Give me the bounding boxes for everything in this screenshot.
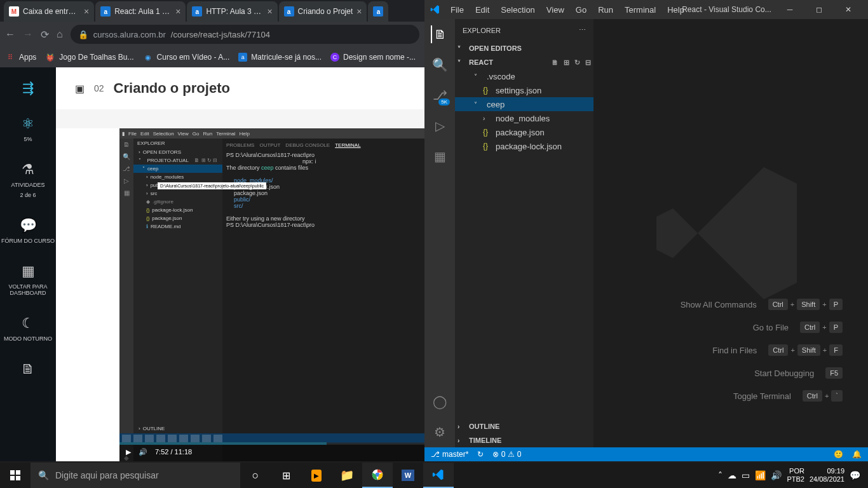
close-icon[interactable]: × bbox=[356, 6, 362, 17]
status-branch[interactable]: ⎇ master* bbox=[431, 450, 468, 459]
tree-node-modules[interactable]: › node_modules bbox=[455, 111, 593, 125]
address-bar[interactable]: 🔒 cursos.alura.com.br/course/react-js/ta… bbox=[71, 25, 419, 44]
sidebar-forum[interactable]: 💬 FÓRUM DO CURSO bbox=[1, 217, 55, 244]
word-task-icon[interactable]: W bbox=[393, 463, 423, 488]
volume-icon[interactable]: 🔊 bbox=[139, 448, 147, 456]
scm-icon: ⎇ bbox=[123, 165, 130, 172]
close-icon[interactable]: × bbox=[267, 6, 272, 17]
collapse-icon[interactable]: ⊟ bbox=[585, 58, 591, 67]
start-button[interactable] bbox=[0, 463, 31, 488]
tree-package-json[interactable]: {} package.json bbox=[455, 125, 593, 139]
chrome-tab-last[interactable]: a bbox=[368, 1, 388, 22]
sidebar-activities[interactable]: ⚗ ATIVIDADES 2 de 6 bbox=[11, 161, 45, 198]
sidebar-dark-mode[interactable]: ☾ MODO NOTURNO bbox=[4, 315, 52, 342]
sidebar-react[interactable]: ⚛ 5% bbox=[22, 116, 34, 142]
json-icon: {} bbox=[483, 142, 492, 151]
sidebar-open[interactable]: 🗎 bbox=[21, 361, 35, 377]
tray-chevron-icon[interactable]: ˄ bbox=[718, 470, 722, 480]
tree-ceep-folder[interactable]: ˅ ceep bbox=[455, 97, 593, 111]
canva-icon: C bbox=[330, 53, 339, 62]
close-icon[interactable]: × bbox=[84, 6, 89, 17]
status-bell-icon[interactable]: 🔔 bbox=[852, 450, 862, 459]
taskbar-clock[interactable]: 09:19 24/08/2021 bbox=[810, 467, 844, 484]
menu-terminal[interactable]: Terminal bbox=[620, 5, 660, 15]
menu-file[interactable]: File bbox=[446, 5, 468, 15]
chrome-tab-react[interactable]: a React: Aula 1 - At × bbox=[95, 1, 186, 22]
volume-icon[interactable]: 🔊 bbox=[771, 470, 782, 480]
apps-icon: ⠿ bbox=[5, 52, 15, 62]
chrome-task-icon[interactable] bbox=[362, 463, 393, 488]
forward-icon[interactable]: → bbox=[23, 29, 33, 40]
new-file-icon[interactable]: 🗎 bbox=[552, 58, 559, 67]
status-feedback-icon[interactable]: 🙂 bbox=[834, 450, 843, 459]
back-icon[interactable]: ← bbox=[5, 29, 15, 40]
more-icon[interactable]: ⋯ bbox=[579, 26, 586, 34]
play-icon[interactable]: ▶ bbox=[126, 448, 131, 456]
new-folder-icon[interactable]: ⊞ bbox=[564, 58, 569, 67]
chrome-tab-http[interactable]: a HTTP: Aula 3 - At × bbox=[187, 1, 277, 22]
vscode-task-icon[interactable] bbox=[423, 463, 454, 488]
search-box[interactable]: 🔍 Digite aqui para pesquisar bbox=[31, 463, 240, 488]
timeline-section[interactable]: › TIMELINE bbox=[455, 433, 593, 447]
back-label: VOLTAR PARA DASHBOARD bbox=[0, 283, 56, 296]
close-icon[interactable]: × bbox=[175, 6, 180, 17]
explorer-icon[interactable]: 🗎 bbox=[431, 25, 449, 43]
menu-run[interactable]: Run bbox=[593, 5, 618, 15]
search-icon[interactable]: 🔍 bbox=[431, 56, 449, 74]
video-nav-icon[interactable]: ▣ bbox=[75, 83, 85, 95]
bookmark-jogo[interactable]: 👹 Jogo De Toalhas Bu... bbox=[45, 52, 133, 62]
wifi-icon[interactable]: 📶 bbox=[755, 470, 766, 480]
bookmark-design[interactable]: C Design sem nome -... bbox=[330, 53, 416, 62]
sidebar-back[interactable]: ▦ VOLTAR PARA DASHBOARD bbox=[0, 263, 56, 296]
video-player[interactable]: ▮ File Edit Selection View Go Run Termin… bbox=[119, 128, 424, 461]
maximize-button[interactable]: ◻ bbox=[804, 0, 834, 19]
bookmark-matricule[interactable]: a Matricule-se já nos... bbox=[238, 53, 322, 62]
cortana-icon[interactable]: ○ bbox=[240, 463, 271, 488]
refresh-icon[interactable]: ↻ bbox=[574, 58, 580, 67]
account-icon[interactable]: ◯ bbox=[431, 393, 449, 410]
moon-icon: ☾ bbox=[22, 315, 34, 332]
folder-label: ceep bbox=[487, 100, 505, 109]
chrome-tab-strip: M Caixa de entrada × a React: Aula 1 - A… bbox=[0, 0, 424, 22]
battery-icon[interactable]: ▭ bbox=[742, 470, 750, 480]
reload-icon[interactable]: ⟳ bbox=[41, 29, 49, 41]
notifications-icon[interactable]: 💬 bbox=[850, 470, 860, 480]
media-player-icon[interactable]: ▶ bbox=[301, 463, 332, 488]
extensions-icon[interactable]: ▦ bbox=[431, 147, 449, 165]
bookmark-label: Curso em Vídeo - A... bbox=[157, 53, 230, 62]
language-indicator[interactable]: POR PTB2 bbox=[787, 467, 804, 484]
task-view-icon[interactable]: ⊞ bbox=[271, 463, 301, 488]
home-icon[interactable]: ⌂ bbox=[57, 29, 63, 40]
sidebar-toggle[interactable]: ⇶ bbox=[22, 80, 34, 97]
dark-label: MODO NOTURNO bbox=[4, 336, 52, 342]
file-explorer-icon[interactable]: 📁 bbox=[332, 463, 362, 488]
onedrive-icon[interactable]: ☁ bbox=[728, 470, 736, 480]
bookmark-apps[interactable]: ⠿ Apps bbox=[5, 52, 36, 62]
project-section[interactable]: ˅ REACT 🗎 ⊞ ↻ ⊟ bbox=[455, 55, 593, 69]
tree-vscode-folder[interactable]: ˅ .vscode bbox=[455, 69, 593, 83]
close-button[interactable]: ✕ bbox=[834, 0, 863, 19]
section-actions: 🗎 ⊞ ↻ ⊟ bbox=[552, 58, 591, 67]
status-problems[interactable]: ⊗ 0 ⚠ 0 bbox=[492, 450, 521, 459]
scm-icon[interactable]: ⎇5K bbox=[431, 86, 449, 104]
svg-rect-1 bbox=[16, 470, 20, 475]
menu-view[interactable]: View bbox=[542, 5, 569, 15]
outline-section[interactable]: › OUTLINE bbox=[455, 419, 593, 433]
alura-main: ▣ 02 Criando o projeto ▮ File Edit Selec… bbox=[56, 67, 424, 461]
settings-icon[interactable]: ⚙ bbox=[431, 423, 449, 441]
mini-sidebar: EXPLORER › OPEN EDITORS ˅ PROJETO-ATUAL🗎… bbox=[133, 139, 222, 461]
menu-edit[interactable]: Edit bbox=[471, 5, 494, 15]
tree-package-lock[interactable]: {} package-lock.json bbox=[455, 139, 593, 153]
status-sync[interactable]: ↻ bbox=[477, 450, 484, 459]
tab-label: HTTP: Aula 3 - At bbox=[206, 7, 263, 16]
menu-go[interactable]: Go bbox=[571, 5, 591, 15]
minimize-button[interactable]: ─ bbox=[775, 0, 804, 19]
open-editors-section[interactable]: ˅ OPEN EDITORS bbox=[455, 41, 593, 55]
tree-settings-json[interactable]: {} settings.json bbox=[455, 83, 593, 97]
menu-selection[interactable]: Selection bbox=[496, 5, 539, 15]
bookmark-curso[interactable]: ◉ Curso em Vídeo - A... bbox=[143, 52, 230, 62]
alura-icon: a bbox=[192, 6, 202, 17]
chrome-tab-criando[interactable]: a Criando o Projet × bbox=[279, 1, 367, 22]
run-debug-icon[interactable]: ▷ bbox=[431, 117, 449, 135]
chrome-tab-gmail[interactable]: M Caixa de entrada × bbox=[4, 1, 94, 22]
